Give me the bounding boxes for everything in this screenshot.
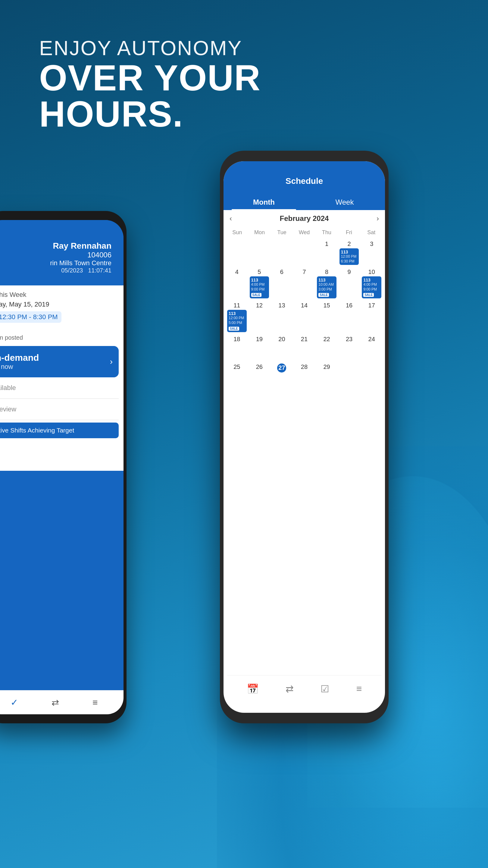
date-26: 26 [250,364,269,370]
posted-label: been posted [0,332,124,344]
day-mon: Mon [248,228,270,237]
nav-menu-icon[interactable]: ≡ [93,698,98,708]
shifts-text: utive Shifts Achieving Target [0,427,113,434]
cal-empty-4 [293,239,315,267]
cal-day-20[interactable]: 20 [271,335,293,362]
review-section: to review [0,401,124,417]
day-sun: Sun [226,228,248,237]
cal-day-4[interactable]: 4 [226,267,248,300]
cal-day-10[interactable]: 10 113 4:00 PM9:00 PM SALE [361,267,383,300]
cal-day-22[interactable]: 22 [316,335,338,362]
nav-menu-icon[interactable]: ≡ [356,683,362,694]
cal-day-14[interactable]: 14 [293,301,315,334]
cal-day-6[interactable]: 6 [271,267,293,300]
on-demand-card[interactable]: n-demand s now › [0,346,119,377]
shift-card-8: 113 10:00 AM3:00 PM SALE [317,276,336,299]
date-21: 21 [295,336,314,343]
date-18: 18 [227,336,247,343]
on-demand-arrow-icon: › [110,357,113,367]
date-14: 14 [295,302,314,309]
cal-day-29[interactable]: 29 [316,362,338,390]
nav-swap-icon[interactable]: ⇄ [52,697,59,708]
cal-day-17[interactable]: 17 [361,301,383,334]
day-fri: Fri [338,228,360,237]
tab-month[interactable]: Month [224,194,304,210]
cal-day-11[interactable]: 11 113 12:00 PM5:00 PM SALE [226,301,248,334]
date-23: 23 [339,336,359,343]
date-13: 13 [272,302,292,309]
cal-day-2[interactable]: 2 113 12:00 PM6:30 PM [338,239,360,267]
cal-day-25[interactable]: 25 [226,362,248,390]
this-week-label: This Week [0,291,113,299]
date-12: 12 [250,302,269,309]
shifts-bar: utive Shifts Achieving Target [0,423,119,438]
nav-checklist-icon[interactable]: ✓ [10,697,18,708]
cal-empty-6 [361,362,383,390]
shift-card-2: 113 12:00 PM6:30 PM [339,248,359,265]
right-phone-notch [282,151,327,160]
schedule-header: Schedule [224,161,385,194]
date-4: 4 [227,269,247,276]
left-phone-notch [35,211,74,219]
date-9: 9 [339,269,359,276]
date-17: 17 [362,302,381,309]
left-phone: Ray Rennahan 104006 rin Mills Town Centr… [0,211,127,723]
cal-day-26[interactable]: 26 [249,362,270,390]
schedule-title: Schedule [230,176,379,186]
cal-day-13[interactable]: 13 [271,301,293,334]
cal-day-15[interactable]: 15 [316,301,338,334]
date-5: 5 [250,269,269,276]
prev-month-button[interactable]: ‹ [230,214,232,223]
cal-day-19[interactable]: 19 [249,335,270,362]
date-11: 11 [227,302,247,309]
date-6: 6 [272,269,292,276]
week-date: day, May 15, 2019 [0,301,113,308]
tab-week[interactable]: Week [304,194,385,210]
cal-day-21[interactable]: 21 [293,335,315,362]
cal-day-7[interactable]: 7 [293,267,315,300]
cal-day-3[interactable]: 3 [361,239,383,267]
cal-day-5[interactable]: 5 113 4:00 PM9:00 PM SALE [249,267,270,300]
cal-day-24[interactable]: 24 [361,335,383,362]
right-phone: Schedule Month Week ‹ February 2024 › Su… [220,151,389,723]
cal-empty-5 [338,362,360,390]
date-8: 8 [317,269,336,276]
nav-checklist-icon[interactable]: ☑ [321,683,329,695]
headline-sub: ENJOY AUTONOMY [39,36,261,60]
cal-day-23[interactable]: 23 [338,335,360,362]
cal-day-16[interactable]: 16 [338,301,360,334]
date-29: 29 [317,364,336,370]
right-phone-screen: Schedule Month Week ‹ February 2024 › Su… [224,161,385,713]
calendar-nav: ‹ February 2024 › [224,210,385,227]
left-user-location: rin Mills Town Centre [0,259,111,267]
left-bottom-nav: ✓ ⇄ ≡ [0,690,124,714]
nav-calendar-icon[interactable]: 📅 [247,683,259,695]
schedule-tabs: Month Week [224,194,385,210]
date-28: 28 [295,364,314,370]
left-phone-screen: Ray Rennahan 104006 rin Mills Town Centr… [0,220,124,714]
cal-day-12[interactable]: 12 [249,301,270,334]
cal-day-8[interactable]: 8 113 10:00 AM3:00 PM SALE [316,267,338,300]
cal-day-28[interactable]: 28 [293,362,315,390]
date-22: 22 [317,336,336,343]
phones-container: Ray Rennahan 104006 rin Mills Town Centr… [0,151,488,723]
this-week-card: This Week day, May 15, 2019 12:30 PM - 8… [0,285,119,328]
available-label: available [0,384,119,392]
cal-day-18[interactable]: 18 [226,335,248,362]
cal-day-9[interactable]: 9 [338,267,360,300]
date-10: 10 [362,269,381,276]
left-datetime: 05/2023 11:07:41 [0,267,111,274]
left-user-info: Ray Rennahan 104006 rin Mills Town Centr… [0,235,118,277]
shift-time-badge: 12:30 PM - 8:30 PM [0,311,61,323]
next-month-button[interactable]: › [377,214,379,223]
headline-block: ENJOY AUTONOMY OVER YOUR HOURS. [39,36,261,132]
date-19: 19 [250,336,269,343]
month-year-label: February 2024 [280,214,329,223]
date-1: 1 [317,241,336,247]
cal-day-1[interactable]: 1 [316,239,338,267]
headline-main: OVER YOUR HOURS. [39,60,261,132]
cal-day-27[interactable]: 27 [271,362,293,390]
nav-swap-icon[interactable]: ⇄ [286,683,294,695]
cal-empty-1 [226,239,248,267]
day-sat: Sat [360,228,383,237]
